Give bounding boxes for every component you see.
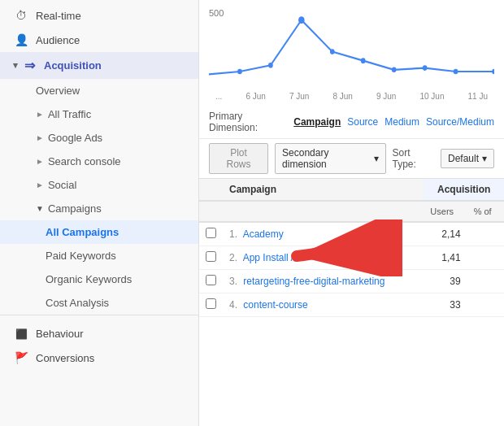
- table-row: 1. Academy 2,14: [199, 222, 504, 246]
- acquisition-expand-icon: ▾: [13, 60, 18, 71]
- sidebar-item-google-ads[interactable]: ► Google Ads: [0, 126, 198, 150]
- th-sub-checkbox: [199, 201, 223, 222]
- sort-type-label: Sort Type:: [393, 147, 434, 170]
- primary-dimension-label: Primary Dimension:: [209, 111, 287, 133]
- row-2-checkbox[interactable]: [199, 246, 223, 270]
- row-1-link[interactable]: Academy: [243, 228, 284, 240]
- main-panel: 500 ... 6 Jun 7 Jun 8 Jun 9 Jun: [199, 0, 504, 426]
- caret-all-traffic: ►: [36, 110, 44, 119]
- row-3-users: 39: [424, 270, 467, 293]
- acquisition-icon: ⇒: [21, 58, 37, 73]
- dim-campaign[interactable]: Campaign: [293, 116, 341, 128]
- sidebar-item-social[interactable]: ► Social: [0, 173, 198, 197]
- svg-point-6: [423, 65, 428, 71]
- secondary-dimension-dropdown[interactable]: Secondary dimension ▾: [275, 143, 385, 174]
- sidebar-item-all-traffic[interactable]: ► All Traffic: [0, 102, 198, 126]
- row-3-name: 3. retargeting-free-digital-marketing: [223, 270, 424, 293]
- plot-rows-button[interactable]: Plot Rows: [209, 143, 268, 174]
- caret-google-ads: ►: [36, 133, 44, 142]
- row-3-link[interactable]: retargeting-free-digital-marketing: [243, 276, 385, 287]
- row-4-users: 33: [424, 293, 467, 317]
- row-3-percent: [467, 270, 504, 293]
- chart-x-labels: ... 6 Jun 7 Jun 8 Jun 9 Jun 10 Jun 11 Ju: [209, 92, 494, 101]
- sidebar-item-paid-keywords[interactable]: Paid Keywords: [0, 244, 198, 267]
- chart-svg: [209, 7, 494, 88]
- sidebar-item-campaigns[interactable]: ▼ Campaigns: [0, 197, 198, 220]
- sidebar-item-all-campaigns[interactable]: All Campaigns: [0, 220, 198, 244]
- chart-y-label: 500: [209, 8, 224, 18]
- th-users: Users: [424, 201, 467, 222]
- campaigns-table: Campaign Acquisition Users % of 1.: [199, 179, 504, 317]
- svg-point-1: [268, 63, 273, 68]
- caret-search-console: ►: [36, 157, 44, 166]
- sidebar-item-search-console[interactable]: ► Search console: [0, 150, 198, 173]
- row-4-name: 4. content-course: [223, 293, 424, 317]
- sidebar-item-overview[interactable]: Overview: [0, 79, 198, 102]
- row-4-link[interactable]: content-course: [243, 299, 307, 311]
- toolbar: Plot Rows Secondary dimension ▾ Sort Typ…: [199, 139, 504, 179]
- sidebar-item-cost-analysis[interactable]: Cost Analysis: [0, 291, 198, 315]
- th-acquisition: Acquisition: [424, 179, 504, 201]
- svg-point-2: [298, 16, 305, 24]
- th-campaign: Campaign: [223, 179, 424, 201]
- sidebar-item-acquisition[interactable]: ▾ ⇒ Acquisition: [0, 52, 198, 79]
- caret-campaigns: ▼: [36, 204, 44, 213]
- sidebar-item-behaviour[interactable]: ⬛ Behaviour: [0, 322, 198, 346]
- main-content: 500 ... 6 Jun 7 Jun 8 Jun 9 Jun: [199, 0, 504, 426]
- row-1-users: 2,14: [424, 222, 467, 246]
- th-percent: % of: [467, 201, 504, 222]
- row-2-percent: [467, 246, 504, 270]
- audience-icon: 👤: [13, 33, 29, 46]
- table-row: 4. content-course 33: [199, 293, 504, 317]
- svg-point-0: [237, 69, 242, 75]
- chart-area: 500 ... 6 Jun 7 Jun 8 Jun 9 Jun: [199, 0, 504, 106]
- row-4-percent: [467, 293, 504, 317]
- realtime-icon: ⏱: [13, 9, 29, 22]
- sidebar-item-realtime[interactable]: ⏱ Real-time: [0, 3, 198, 28]
- th-sub-campaign: [223, 201, 424, 222]
- sort-type-dropdown[interactable]: Default ▾: [441, 149, 494, 168]
- caret-social: ►: [36, 180, 44, 189]
- sidebar-item-organic-keywords[interactable]: Organic Keywords: [0, 267, 198, 291]
- row-2-name: 2. App Install Ad: [223, 246, 424, 270]
- svg-point-8: [492, 69, 494, 75]
- svg-point-7: [454, 69, 458, 75]
- primary-dimension-bar: Primary Dimension: Campaign Source Mediu…: [199, 106, 504, 139]
- table-row: 3. retargeting-free-digital-marketing 39: [199, 270, 504, 293]
- data-table-container: Campaign Acquisition Users % of 1.: [199, 179, 504, 426]
- sidebar-item-audience[interactable]: 👤 Audience: [0, 28, 198, 52]
- svg-point-5: [392, 67, 397, 72]
- dim-medium[interactable]: Medium: [385, 116, 419, 128]
- th-checkbox: [199, 179, 223, 201]
- behaviour-icon: ⬛: [13, 328, 29, 340]
- sidebar-item-conversions[interactable]: 🚩 Conversions: [0, 346, 198, 370]
- row-2-link[interactable]: App Install Ad: [243, 252, 302, 263]
- row-2-users: 1,41: [424, 246, 467, 270]
- row-1-percent: [467, 222, 504, 246]
- dim-source[interactable]: Source: [347, 116, 378, 128]
- sidebar: ⏱ Real-time 👤 Audience ▾ ⇒ Acquisition O…: [0, 0, 199, 426]
- svg-point-3: [330, 49, 335, 54]
- row-3-checkbox[interactable]: [199, 270, 223, 293]
- row-1-name: 1. Academy: [223, 222, 424, 246]
- row-4-checkbox[interactable]: [199, 293, 223, 317]
- svg-point-4: [361, 58, 366, 63]
- table-row: 2. App Install Ad 1,41: [199, 246, 504, 270]
- conversions-icon: 🚩: [13, 351, 29, 364]
- dim-source-medium[interactable]: Source/Medium: [426, 116, 494, 128]
- row-1-checkbox[interactable]: [199, 222, 223, 246]
